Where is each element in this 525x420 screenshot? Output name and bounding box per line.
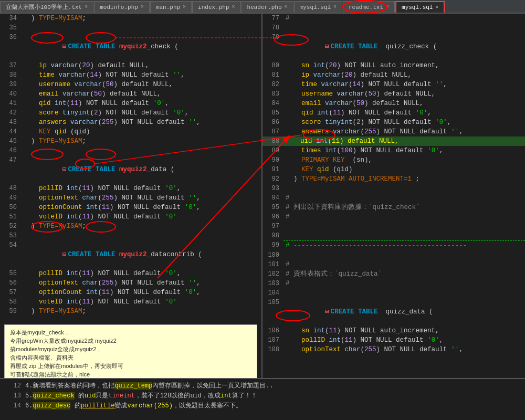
rline-90: 90 PRIMARY KEY (sn), [262,155,525,165]
rline-88: 88 uid int(11) default NULL, [262,136,525,146]
rline-77: 77 # [262,14,525,23]
line-35: 35 [0,23,261,33]
rline-96: 96 # [262,212,525,222]
line-37: 37 ip varchar(20) default NULL, [0,61,261,70]
rline-99: 99 # -----------------------------------… [262,240,525,250]
note-box: 原本是myquiz_check， 今用grepWin大量改成myquiz2成 m… [4,324,257,378]
rline-107: 107 pollID int(11) NOT NULL default '0', [262,335,525,345]
rline-101: 101 # [262,260,525,269]
rline-92: 92 ) TYPE=MyISAM AUTO_INCREMENT=1 ; [262,174,525,184]
note-text: 原本是myquiz_check， 今用grepWin大量改成myquiz2成 m… [10,328,251,378]
line-48: 48 pollID int(11) NOT NULL default '0', [0,184,261,193]
rline-81: 81 ip varchar(20) default NULL, [262,70,525,80]
rline-80: 80 sn int(20) NOT NULL auto_increment, [262,61,525,70]
rline-85: 85 qid int(11) NOT NULL default '0', [262,108,525,118]
tab-7[interactable]: readme.txt× [343,1,395,13]
line-47: 47 ⊟CREATE TABLE myquiz2_data ( [0,155,261,184]
line-56: 56 optionText char(255) NOT NULL default… [0,278,261,288]
line-59: 59 ) TYPE=MyISAM; [0,307,261,316]
line-36: 36 ⊟CREATE TABLE myquiz2_check ( [0,33,261,61]
tab-2[interactable]: modinfo.php× [94,1,150,13]
line-57: 57 optionCount int(11) NOT NULL default … [0,288,261,297]
line-58: 58 voteID int(11) NOT NULL default '0' [0,297,261,307]
rline-86: 86 score tinyint(2) NOT NULL default '0'… [262,118,525,127]
line-44: 44 KEY qid (qid) [0,127,261,136]
rline-84: 84 email varchar(50) default NULL, [262,99,525,108]
line-39: 39 username varchar(50) default NULL, [0,80,261,89]
line-52: 52 ) TYPE=MyISAM; [0,222,261,231]
bottom-bar: 12 4.新增看到答案卷的同時，也把quizz_temp內暫存區刪掉，以免回上一… [0,378,525,420]
right-pane[interactable]: 77 # 78 79 ⊟CREATE TABLE quizz_check ( 8… [262,14,525,378]
rline-89: 89 times int(100) NOT NULL default '0', [262,146,525,155]
line-49: 49 optionText char(255) NOT NULL default… [0,193,261,203]
rline-91: 91 KEY qid (qid) [262,165,525,174]
rline-97: 97 [262,222,525,231]
line-45: 45 ) TYPE=MyISAM; [0,136,261,146]
tab-3[interactable]: man.php× [150,1,192,13]
line-50: 50 optionCount int(11) NOT NULL default … [0,203,261,212]
line-51: 51 voteID int(11) NOT NULL default '0' [0,212,261,222]
rline-105: 105 ⊟CREATE TABLE quizz_data ( [262,298,525,326]
left-pane[interactable]: 34 ) TYPE=MyISAM; 35 36 ⊟CREATE TABLE my… [0,14,262,378]
line-53: 53 [0,231,261,240]
rline-93: 93 [262,184,525,193]
line-41: 41 qid int(11) NOT NULL default '0', [0,99,261,108]
rline-102: 102 # 資料表格式：`quizz_data` [262,269,525,279]
tab-6[interactable]: mysql.sql× [294,1,342,13]
rline-78: 78 [262,23,525,33]
tab-4[interactable]: index.php× [192,1,240,13]
line-55: 55 pollID int(11) NOT NULL default '0', [0,269,261,278]
line-43: 43 answers varchar(255) NOT NULL default… [0,118,261,127]
minus-btn-54[interactable]: ⊟ [62,251,67,258]
rline-82: 82 time varchar(14) NOT NULL default '', [262,80,525,89]
minus-btn-105[interactable]: ⊟ [325,308,329,316]
rline-94: 94 # [262,193,525,203]
line-46: 46 [0,146,261,155]
rline-106: 106 sn int(11) NOT NULL auto_increment, [262,326,525,335]
rline-87: 87 answers varchar(255) NOT NULL default… [262,127,525,136]
tab-5[interactable]: header.php× [242,1,293,13]
rline-100: 100 [262,250,525,260]
rline-79: 79 ⊟CREATE TABLE quizz_check ( [262,33,525,61]
rline-104: 104 [262,288,525,298]
minus-btn-36[interactable]: ⊟ [62,43,67,50]
line-42: 42 score tinyint(2) NOT NULL default '0'… [0,108,261,118]
rline-95: 95 # 列出以下資料庫的數據：`quizz_check` [262,203,525,212]
bottom-line-13: 13 5.quizz_check 的uid只是tineint，裝不了128以後的… [4,391,521,401]
tab-bar: 宜蘭大洲國小100學年上.txt× modinfo.php× man.php× … [0,0,525,14]
line-40: 40 email varchar(50) default NULL, [0,89,261,99]
rline-98: 98 [262,231,525,240]
minus-btn-79[interactable]: ⊟ [325,43,329,50]
rline-103: 103 # [262,279,525,288]
tab-1[interactable]: 宜蘭大洲國小100學年上.txt× [0,1,93,13]
tab-8-active[interactable]: mysql.sql× [395,1,445,13]
line-34: 34 ) TYPE=MyISAM; [0,14,261,23]
content-area: 34 ) TYPE=MyISAM; 35 36 ⊟CREATE TABLE my… [0,14,525,378]
minus-btn-47[interactable]: ⊟ [62,166,67,173]
line-54: 54 ⊟CREATE TABLE myquiz2_datacontrib ( [0,240,261,269]
rline-83: 83 username varchar(50) default NULL, [262,89,525,99]
rline-108: 108 optionText char(255) NOT NULL defaul… [262,345,525,354]
bottom-line-14: 14 6.quizz_desc 的pollTitle變成varchar(255)… [4,401,521,411]
bottom-line-12: 12 4.新增看到答案卷的同時，也把quizz_temp內暫存區刪掉，以免回上一… [4,381,521,391]
line-38: 38 time varchar(14) NOT NULL default '', [0,70,261,80]
